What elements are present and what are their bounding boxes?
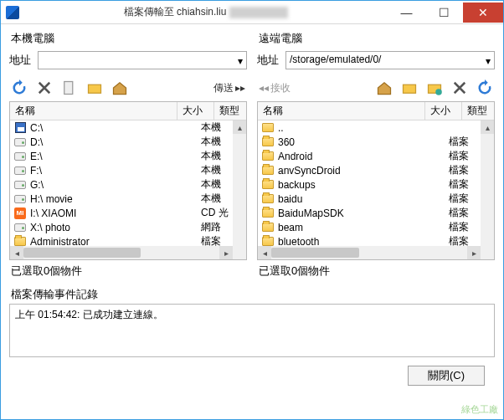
title-text: 檔案傳輸至 chiahsin.liu — [124, 6, 227, 18]
remote-address-select[interactable]: /storage/emulated/0/ ▾ — [285, 51, 495, 69]
floppy-icon — [13, 122, 27, 134]
close-button[interactable]: 關閉(C) — [408, 366, 485, 386]
file-name: C:\ — [30, 122, 201, 134]
main-content: 本機電腦 地址 ▾ 傳送 ▸▸ — [1, 24, 503, 394]
file-name: F:\ — [30, 165, 201, 177]
local-toolbar: 傳送 ▸▸ — [9, 74, 247, 101]
file-name: bluetooth — [278, 236, 449, 247]
scroll-corner — [481, 246, 494, 259]
file-name: Administrator — [30, 236, 201, 247]
file-type: 檔案 — [449, 177, 481, 192]
new-folder-icon[interactable] — [426, 79, 443, 96]
file-type: 檔案 — [449, 135, 481, 149]
file-type: CD 光 — [201, 206, 233, 220]
list-item[interactable]: .. — [258, 120, 481, 135]
local-file-list[interactable]: 名稱 大小 類型 C:\ 本機 D:\ 本機 E:\ 本機 F:\ 本機 — [9, 101, 247, 260]
file-name: 360 — [278, 136, 449, 148]
file-type: 檔案 — [449, 220, 481, 234]
file-name: baidu — [278, 193, 449, 205]
list-item[interactable]: G:\ 本機 — [10, 177, 233, 192]
file-type: 檔案 — [449, 192, 481, 206]
file-type: 本機 — [201, 120, 233, 135]
folder-icon[interactable] — [401, 79, 418, 96]
file-name: D:\ — [30, 136, 201, 148]
refresh-icon[interactable] — [11, 79, 28, 96]
chevron-down-icon: ▾ — [238, 55, 243, 67]
col-size[interactable]: 大小 — [425, 102, 462, 120]
list-item[interactable]: F:\ 本機 — [10, 163, 233, 177]
new-file-icon[interactable] — [61, 79, 78, 96]
remote-file-list[interactable]: 名稱 大小 類型 .. 360 檔案 Android 檔案 anvSyncDro… — [257, 101, 495, 260]
log-entry: 上午 01:54:42: 已成功建立連線。 — [15, 308, 489, 322]
file-type: 本機 — [201, 177, 233, 192]
remote-list-header: 名稱 大小 類型 — [258, 102, 494, 120]
file-name: .. — [278, 122, 449, 134]
recv-label: 接收 — [270, 81, 291, 95]
folder-icon — [261, 179, 275, 191]
scroll-corner — [233, 246, 246, 259]
list-item[interactable]: baidu 檔案 — [258, 192, 481, 206]
log-box[interactable]: 上午 01:54:42: 已成功建立連線。 — [9, 304, 495, 357]
file-type: 本機 — [201, 149, 233, 163]
send-button[interactable]: 傳送 ▸▸ — [213, 81, 245, 95]
file-name: G:\ — [30, 179, 201, 191]
file-type: 檔案 — [449, 234, 481, 246]
horizontal-scrollbar[interactable]: ◂▸ — [10, 246, 233, 259]
local-address-select[interactable]: ▾ — [38, 51, 247, 69]
refresh-icon[interactable] — [476, 79, 493, 96]
receive-button[interactable]: ◂◂ 接收 — [259, 81, 291, 95]
col-name[interactable]: 名稱 — [10, 102, 177, 120]
list-item[interactable]: 360 檔案 — [258, 135, 481, 149]
list-item[interactable]: anvSyncDroid 檔案 — [258, 163, 481, 177]
file-type: 本機 — [201, 135, 233, 149]
send-arrow-icon: ▸▸ — [235, 82, 245, 94]
col-name[interactable]: 名稱 — [258, 102, 425, 120]
list-item[interactable]: beam 檔案 — [258, 220, 481, 234]
col-type[interactable]: 類型 — [214, 102, 246, 120]
minimize-button[interactable]: — — [388, 3, 425, 23]
drive-icon — [13, 165, 27, 177]
col-size[interactable]: 大小 — [177, 102, 214, 120]
file-name: backups — [278, 179, 449, 191]
folder-icon — [261, 222, 275, 233]
list-item[interactable]: BaiduMapSDK 檔案 — [258, 206, 481, 220]
file-type: 檔案 — [449, 149, 481, 163]
window-buttons: — ☐ ✕ — [388, 3, 503, 23]
new-folder-icon[interactable] — [86, 79, 103, 96]
list-item[interactable]: H:\ movie 本機 — [10, 192, 233, 206]
home-icon[interactable] — [376, 79, 393, 96]
remote-status: 已選取0個物件 — [257, 260, 495, 285]
list-item[interactable]: X:\ photo 網路 — [10, 220, 233, 234]
file-type: 本機 — [201, 163, 233, 177]
list-item[interactable]: bluetooth 檔案 — [258, 234, 481, 246]
list-item[interactable]: MI I:\ XIAOMI CD 光 — [10, 206, 233, 220]
vertical-scrollbar[interactable]: ▴ — [481, 120, 494, 246]
vertical-scrollbar[interactable]: ▴ — [233, 120, 246, 246]
file-type: 檔案 — [201, 234, 233, 246]
list-item[interactable]: backups 檔案 — [258, 177, 481, 192]
list-item[interactable]: Android 檔案 — [258, 149, 481, 163]
delete-icon[interactable] — [451, 79, 468, 96]
log-title: 檔案傳輸事件記錄 — [9, 287, 495, 304]
list-item[interactable]: D:\ 本機 — [10, 135, 233, 149]
drive-icon — [13, 179, 27, 191]
svg-rect-2 — [404, 85, 416, 93]
folder-icon — [261, 207, 275, 219]
folder-icon — [261, 236, 275, 247]
file-name: H:\ movie — [30, 193, 201, 205]
maximize-button[interactable]: ☐ — [425, 3, 463, 23]
delete-icon[interactable] — [36, 79, 53, 96]
list-item[interactable]: E:\ 本機 — [10, 149, 233, 163]
remote-pane: 遠端電腦 地址 /storage/emulated/0/ ▾ ◂◂ 接收 — [257, 29, 495, 285]
list-item[interactable]: C:\ 本機 — [10, 120, 233, 135]
local-pane-title: 本機電腦 — [9, 29, 247, 51]
col-type[interactable]: 類型 — [462, 102, 494, 120]
up-icon — [261, 122, 275, 134]
folder-icon — [261, 151, 275, 162]
list-item[interactable]: Administrator 檔案 — [10, 234, 233, 246]
file-type: 本機 — [201, 192, 233, 206]
home-icon[interactable] — [111, 79, 128, 96]
remote-address-label: 地址 — [257, 53, 279, 68]
horizontal-scrollbar[interactable]: ◂▸ — [258, 246, 481, 259]
window-close-button[interactable]: ✕ — [463, 3, 503, 23]
